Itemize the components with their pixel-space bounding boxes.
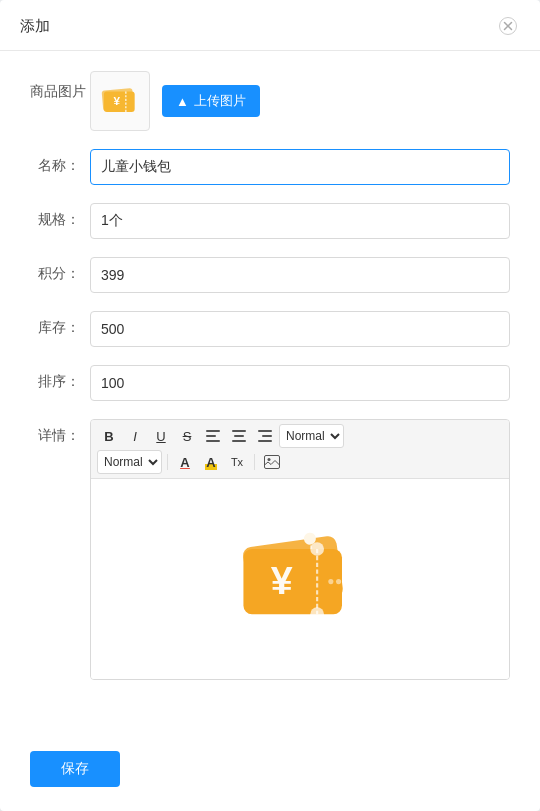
upload-label: 上传图片: [194, 92, 246, 110]
editor-toolbar: B I U S: [91, 420, 509, 479]
points-input[interactable]: [90, 257, 510, 293]
insert-image-button[interactable]: [260, 450, 284, 474]
toolbar-row-1: B I U S: [97, 424, 503, 448]
image-area: ¥ ▲ 上传图片: [90, 71, 510, 131]
dialog-header: 添加: [0, 0, 540, 51]
align-left-button[interactable]: [201, 424, 225, 448]
upload-button[interactable]: ▲ 上传图片: [162, 85, 260, 117]
underline-button[interactable]: U: [149, 424, 173, 448]
image-label: 商品图片：: [30, 71, 90, 101]
sort-row: 排序：: [30, 365, 510, 401]
toolbar-row-2: Normal Small Large A A: [97, 450, 503, 474]
close-button[interactable]: [496, 14, 520, 38]
spec-row: 规格：: [30, 203, 510, 239]
font-color-icon: A: [180, 455, 189, 470]
svg-point-17: [268, 458, 271, 461]
stock-control: [90, 311, 510, 347]
svg-rect-7: [206, 430, 220, 432]
svg-rect-12: [232, 440, 246, 442]
editor-content-area[interactable]: ¥: [91, 479, 509, 679]
font-bg-color-button[interactable]: A: [199, 450, 223, 474]
points-label: 积分：: [30, 257, 90, 283]
sort-input[interactable]: [90, 365, 510, 401]
svg-text:¥: ¥: [271, 558, 293, 602]
upload-icon: ▲: [176, 94, 189, 109]
svg-rect-13: [258, 430, 272, 432]
svg-point-27: [328, 579, 333, 584]
stock-row: 库存：: [30, 311, 510, 347]
close-icon: [499, 17, 517, 35]
svg-rect-10: [232, 430, 246, 432]
clear-format-icon: Tx: [231, 456, 243, 468]
image-preview: ¥: [90, 71, 150, 131]
dialog-title: 添加: [20, 17, 50, 36]
sort-control: [90, 365, 510, 401]
font-bg-icon: A: [205, 455, 216, 470]
name-label: 名称：: [30, 149, 90, 175]
editor-control: B I U S: [90, 419, 510, 680]
dialog-footer: 保存: [0, 735, 540, 811]
stock-label: 库存：: [30, 311, 90, 337]
svg-point-28: [336, 579, 341, 584]
spec-control: [90, 203, 510, 239]
bold-button[interactable]: B: [97, 424, 121, 448]
align-center-icon: [232, 430, 246, 442]
dialog-body: 商品图片： ¥ ▲: [0, 51, 540, 735]
toolbar-divider-2: [254, 454, 255, 470]
align-right-icon: [258, 430, 272, 442]
align-right-button[interactable]: [253, 424, 277, 448]
name-row: 名称：: [30, 149, 510, 185]
heading-select[interactable]: Normal H1 H2: [279, 424, 344, 448]
align-center-button[interactable]: [227, 424, 251, 448]
svg-rect-16: [265, 456, 280, 469]
detail-label: 详情：: [30, 419, 90, 445]
name-control: [90, 149, 510, 185]
svg-rect-14: [262, 435, 272, 437]
save-button[interactable]: 保存: [30, 751, 120, 787]
name-input[interactable]: [90, 149, 510, 185]
spec-input[interactable]: [90, 203, 510, 239]
svg-point-25: [310, 607, 324, 621]
svg-text:¥: ¥: [113, 94, 120, 107]
svg-rect-8: [206, 435, 216, 437]
clear-format-button[interactable]: Tx: [225, 450, 249, 474]
spec-label: 规格：: [30, 203, 90, 229]
add-dialog: 添加 商品图片：: [0, 0, 540, 811]
svg-rect-15: [258, 440, 272, 442]
rich-editor: B I U S: [90, 419, 510, 680]
points-control: [90, 257, 510, 293]
detail-row: 详情： B I U S: [30, 419, 510, 680]
italic-button[interactable]: I: [123, 424, 147, 448]
toolbar-divider-1: [167, 454, 168, 470]
strikethrough-button[interactable]: S: [175, 424, 199, 448]
stock-input[interactable]: [90, 311, 510, 347]
font-color-button[interactable]: A: [173, 450, 197, 474]
svg-point-24: [310, 542, 324, 556]
sort-label: 排序：: [30, 365, 90, 391]
insert-image-icon: [264, 455, 280, 469]
points-row: 积分：: [30, 257, 510, 293]
preview-wallet-icon: ¥: [98, 79, 142, 123]
svg-rect-9: [206, 440, 220, 442]
font-size-select[interactable]: Normal Small Large: [97, 450, 162, 474]
align-left-icon: [206, 430, 220, 442]
svg-rect-11: [234, 435, 244, 437]
image-row: 商品图片： ¥ ▲: [30, 71, 510, 131]
wallet-ticket-icon: ¥: [230, 519, 370, 639]
